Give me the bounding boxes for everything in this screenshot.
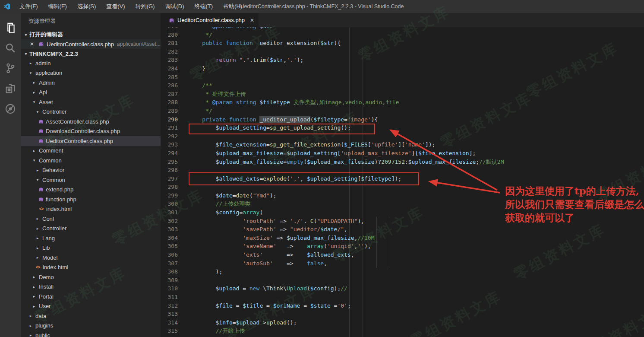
tree-folder-Conf[interactable]: ▸Conf: [21, 214, 161, 224]
close-icon[interactable]: ✕: [28, 41, 35, 47]
tree-folder-User[interactable]: ▸User: [21, 302, 161, 312]
code-line-315[interactable]: 315 //开始上传: [161, 327, 644, 335]
code-line-291[interactable]: 291 $upload_setting=sp_get_upload_settin…: [161, 124, 644, 132]
line-number: 288: [161, 98, 178, 107]
tab-ueditorcontroller[interactable]: UeditorController.class.php ✕: [161, 13, 259, 27]
code-line-311[interactable]: 311: [161, 293, 644, 302]
code-line-306[interactable]: 306 'exts' => $allowed_exts,: [161, 251, 644, 259]
tree-folder-plugins[interactable]: ▸plugins: [21, 321, 161, 331]
tree-folder-Lib[interactable]: ▸Lib: [21, 243, 161, 253]
code-line-290[interactable]: 290 private function _ueditor_upload($fi…: [161, 115, 644, 124]
html-file-icon: <>: [35, 265, 41, 270]
tree-folder-Common[interactable]: ▾Common: [21, 175, 161, 185]
chevron-down-icon: ▾: [22, 32, 29, 37]
code-line-316[interactable]: 316 if($info){: [161, 335, 644, 337]
code-line-283[interactable]: 283 return ".".trim($str,'.');: [161, 56, 644, 64]
line-number: 313: [161, 310, 178, 318]
tree-folder-data[interactable]: ▸data: [21, 311, 161, 321]
tree-folder-Behavior[interactable]: ▸Behavior: [21, 165, 161, 175]
tree-folder-Api[interactable]: ▸Api: [21, 88, 161, 98]
source-control-icon[interactable]: [0, 58, 21, 78]
menu-item-5[interactable]: 调试(D): [160, 0, 189, 13]
code-line-294[interactable]: 294 $upload_max_filesize=$upload_setting…: [161, 149, 644, 158]
code-line-281[interactable]: 281 public function _ueditor_extension($…: [161, 39, 644, 48]
open-editor-item[interactable]: ✕ UeditorController.class.php applicatio…: [21, 39, 161, 49]
code-line-300[interactable]: 300 //上传处理类: [161, 200, 644, 208]
code-area[interactable]: 279 * @param string $str280 */281 public…: [161, 27, 644, 337]
code-line-314[interactable]: 314 $info=$upload->upload();: [161, 318, 644, 327]
code-line-310[interactable]: 310 $upload = new \Think\Upload($config)…: [161, 284, 644, 293]
menu-item-4[interactable]: 转到(G): [131, 0, 160, 13]
code-line-313[interactable]: 313: [161, 310, 644, 318]
title-bar: 文件(F)编辑(E)选择(S)查看(V)转到(G)调试(D)终端(T)帮助(H)…: [0, 0, 644, 13]
code-line-309[interactable]: 309: [161, 276, 644, 285]
php-file-icon: [38, 41, 44, 47]
menu-item-6[interactable]: 终端(T): [189, 0, 218, 13]
code-line-301[interactable]: 301 $config=array(: [161, 208, 644, 217]
menu-item-2[interactable]: 选择(S): [73, 0, 101, 13]
code-line-287[interactable]: 287 * 处理文件上传: [161, 90, 644, 99]
tree-folder-Admin[interactable]: ▸Admin: [21, 78, 161, 88]
tree-folder-Common[interactable]: ▾Common: [21, 156, 161, 165]
tree-folder-application[interactable]: ▾application: [21, 68, 161, 78]
code-line-312[interactable]: 312 $file = $title = $oriName = $state =…: [161, 302, 644, 310]
tree-folder-Comment[interactable]: ▸Comment: [21, 146, 161, 156]
tree-file-UeditorController.class.php[interactable]: UeditorController.class.php: [21, 136, 161, 146]
code-line-304[interactable]: 304 'maxSize' => $upload_max_filesize,//…: [161, 234, 644, 242]
chevron-down-icon: ▾: [31, 100, 37, 104]
search-icon[interactable]: [0, 38, 21, 58]
explorer-icon[interactable]: [0, 17, 21, 38]
menu-item-3[interactable]: 查看(V): [101, 0, 129, 13]
tree-folder-Model[interactable]: ▸Model: [21, 253, 161, 263]
code-line-289[interactable]: 289 */: [161, 107, 644, 115]
tree-folder-Lang[interactable]: ▸Lang: [21, 233, 161, 243]
tree-file-function.php[interactable]: function.php: [21, 194, 161, 204]
open-editors-header[interactable]: ▾ 打开的编辑器: [21, 30, 161, 39]
menu-item-1[interactable]: 编辑(E): [44, 0, 72, 13]
code-line-299[interactable]: 299 $date=date("Ymd");: [161, 191, 644, 200]
extensions-icon[interactable]: [0, 78, 21, 99]
code-line-284[interactable]: 284 }: [161, 64, 644, 73]
line-number: 284: [161, 64, 178, 73]
tree-folder-public[interactable]: ▸public: [21, 331, 161, 337]
tree-file-index.html[interactable]: <>index.html: [21, 263, 161, 273]
code-line-308[interactable]: 308 );: [161, 267, 644, 276]
tree-folder-Portal[interactable]: ▸Portal: [21, 292, 161, 302]
tree-file-DownloadController.class.php[interactable]: DownloadController.class.php: [21, 127, 161, 137]
code-line-293[interactable]: 293 $file_extension=sp_get_file_extensio…: [161, 140, 644, 149]
code-line-288[interactable]: 288 * @param string $filetype 文件类型,如imag…: [161, 98, 644, 107]
code-line-286[interactable]: 286 /**: [161, 81, 644, 90]
tree-folder-Demo[interactable]: ▸Demo: [21, 272, 161, 282]
tree-file-index.html[interactable]: <>index.html: [21, 204, 161, 214]
html-file-icon: <>: [38, 207, 44, 211]
code-line-303[interactable]: 303 'savePath' => "ueditor/$date/",: [161, 225, 644, 234]
code-line-296[interactable]: 296: [161, 166, 644, 175]
code-line-295[interactable]: 295 $upload_max_filesize=empty($upload_m…: [161, 158, 644, 166]
menu-item-0[interactable]: 文件(F): [15, 0, 43, 13]
menu-item-7[interactable]: 帮助(H): [218, 0, 247, 13]
project-header[interactable]: ▾ THINKCMFX_2.2.3: [21, 49, 161, 58]
code-line-297[interactable]: 297 $allowed_exts=explode(',', $upload_s…: [161, 175, 644, 183]
close-icon[interactable]: ✕: [250, 17, 254, 23]
code-line-307[interactable]: 307 'autoSub' => false,: [161, 259, 644, 268]
tree-folder-Install[interactable]: ▸Install: [21, 282, 161, 292]
line-number: 281: [161, 39, 178, 48]
tree-folder-Controller[interactable]: ▸Controller: [21, 224, 161, 234]
code-line-282[interactable]: 282: [161, 48, 644, 56]
code-line-302[interactable]: 302 'rootPath' => './'. C("UPLOADPATH"),: [161, 217, 644, 226]
tree-folder-Asset[interactable]: ▾Asset: [21, 97, 161, 107]
chevron-right-icon: ▸: [31, 294, 37, 299]
code-line-285[interactable]: 285: [161, 73, 644, 82]
code-line-279[interactable]: 279 * @param string $str: [161, 27, 644, 31]
code-line-292[interactable]: 292: [161, 132, 644, 141]
tree-folder-Controller[interactable]: ▾Controller: [21, 107, 161, 117]
line-number: 314: [161, 318, 178, 327]
line-number: 292: [161, 132, 178, 141]
code-line-298[interactable]: 298: [161, 183, 644, 191]
debug-icon[interactable]: [0, 99, 21, 119]
tree-file-extend.php[interactable]: extend.php: [21, 185, 161, 195]
tree-folder-admin[interactable]: ▸admin: [21, 58, 161, 68]
tree-file-AssetController.class.php[interactable]: AssetController.class.php: [21, 117, 161, 127]
code-line-305[interactable]: 305 'saveName' => array('uniqid',''),: [161, 242, 644, 251]
code-line-280[interactable]: 280 */: [161, 31, 644, 39]
